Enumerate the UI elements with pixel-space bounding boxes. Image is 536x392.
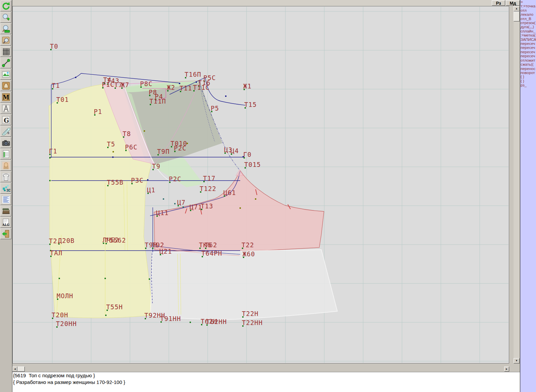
point-label: Р8С (140, 80, 152, 87)
command-line: рз_ (520, 83, 536, 87)
point-label: Т1 (52, 82, 60, 89)
undo-icon[interactable] (0, 0, 11, 11)
command-line: :=метка( (520, 33, 536, 37)
point-label: Ц1 (147, 186, 155, 194)
point-label: Т55В (107, 179, 124, 186)
point-label: Ж60 (243, 250, 255, 258)
command-line: пересеч (520, 46, 536, 50)
svg-text:M: M (2, 93, 9, 101)
svg-text:8: 8 (7, 131, 9, 134)
pattern-point (49, 157, 51, 158)
garment-icon[interactable] (0, 171, 11, 182)
point-label: Ц71 (190, 203, 202, 211)
point-label: Т9 (152, 162, 160, 170)
point-label: Т62 (205, 241, 217, 249)
point-label: Т5562 (105, 237, 126, 244)
zoom-in-icon[interactable] (0, 12, 11, 23)
g-tool-icon[interactable]: G (0, 114, 11, 125)
zoom-out-icon[interactable] (0, 23, 11, 34)
command-line: ЗАПИСА (520, 38, 536, 42)
books-icon[interactable] (0, 205, 11, 216)
pattern-point (147, 179, 148, 181)
command-line: сжать(( (520, 62, 536, 66)
point-label: Ц61 (223, 189, 236, 196)
vertical-scroll-thumb[interactable] (514, 11, 520, 21)
horizontal-scroll-thumb[interactable] (17, 367, 25, 372)
left-toolbar: MG83DALG (0, 0, 12, 392)
scroll-left-button[interactable]: ◄ (12, 367, 17, 372)
scroll-right-button[interactable]: ► (504, 367, 509, 372)
point-label: Т13 (201, 202, 213, 210)
point-label: Т15 (244, 101, 257, 108)
point-label: Ж2 (167, 84, 175, 91)
command-line: пересеч (520, 42, 536, 46)
pattern-point (179, 83, 180, 84)
grid-icon[interactable] (0, 46, 11, 57)
m-tool-icon[interactable]: M (0, 91, 11, 103)
list-icon[interactable] (0, 194, 11, 205)
table-icon[interactable] (0, 148, 11, 159)
pattern-point (105, 278, 106, 279)
command-line: пересеч (520, 50, 536, 54)
command-line: отл_В (520, 17, 536, 21)
pattern-point (105, 315, 107, 316)
image-icon[interactable] (0, 69, 11, 80)
point-label: Т5 (107, 140, 115, 148)
scroll-up-button[interactable]: ▲ (514, 6, 520, 11)
alg-icon[interactable]: ALG (0, 217, 11, 228)
command-line: { } (520, 75, 536, 79)
pattern-point (49, 180, 51, 181)
vertical-scrollbar[interactable]: ▲ ▼ (514, 6, 520, 364)
point-label: Т55Н (106, 303, 123, 311)
point-label: МОЛН (57, 292, 73, 300)
3d-icon[interactable]: 3D (0, 183, 11, 194)
command-line: дуга(,,,) (520, 25, 536, 29)
pattern-point (174, 203, 176, 204)
point-label: Т16П (185, 71, 201, 78)
command-line: отложит (520, 58, 536, 62)
pattern-point (196, 81, 197, 83)
command-line: отрезок( (520, 21, 536, 25)
scroll-down-button[interactable]: ▼ (514, 358, 520, 364)
camera-icon[interactable] (0, 137, 11, 148)
point-label: Т17 (203, 175, 215, 182)
pattern-point (75, 77, 76, 78)
drawing-area: Т0Т1Т01Т4Т43Р1СТ7Ж7Р8СТ16ПР5СТ16Т11СЖ2Т1… (12, 6, 509, 364)
pattern-point (113, 151, 114, 152)
compass-icon[interactable] (0, 103, 11, 114)
command-line: перенос (520, 67, 536, 71)
point-label: Р1 (94, 108, 102, 115)
command-line: лекало (520, 12, 536, 16)
pattern-point (225, 95, 226, 97)
top-bar: Рз Мд (12, 0, 520, 6)
point-label: Т20Н (52, 311, 68, 319)
command-line: пересеч (520, 54, 536, 58)
svg-text:G: G (4, 117, 9, 124)
pattern-point (144, 130, 145, 132)
measure-icon[interactable] (0, 57, 11, 68)
point-label: Т122 (200, 185, 216, 192)
program-text-area[interactable]: {5619 Топ с подрезом под грудью } { Разр… (12, 372, 520, 392)
model-photo-icon[interactable] (0, 160, 11, 171)
point-label: Т0 (50, 43, 58, 50)
command-line: { } (520, 79, 536, 83)
command-panel[interactable]: =т:=точкаотллекалоотл_Вотрезок(дуга(,,,)… (520, 0, 536, 392)
ruler-icon[interactable]: 8 (0, 126, 11, 137)
pattern-point (112, 156, 114, 158)
point-label: Т9П (157, 148, 170, 155)
rz-button[interactable]: Рз (492, 0, 505, 6)
svg-text:3D: 3D (6, 188, 10, 192)
pattern-point (255, 198, 256, 200)
svg-text:ALG: ALG (2, 222, 9, 226)
point-label: Р3С (131, 177, 143, 184)
point-label: Г1 (49, 147, 57, 155)
pattern-cad-app: { "topbar": { "buttons": [ { "id": "rz",… (0, 0, 536, 392)
exit-icon[interactable] (0, 228, 11, 239)
md-button[interactable]: Мд (506, 0, 520, 6)
horizontal-scrollbar[interactable]: ◄ ► (12, 367, 509, 372)
drawing-canvas[interactable]: Т0Т1Т01Т4Т43Р1СТ7Ж7Р8СТ16ПР5СТ16Т11СЖ2Т1… (13, 6, 509, 363)
preview-icon[interactable] (0, 35, 11, 46)
pattern-icon[interactable] (0, 80, 11, 91)
point-label: Т11 (180, 84, 192, 92)
point-label: Т01 (56, 96, 69, 103)
